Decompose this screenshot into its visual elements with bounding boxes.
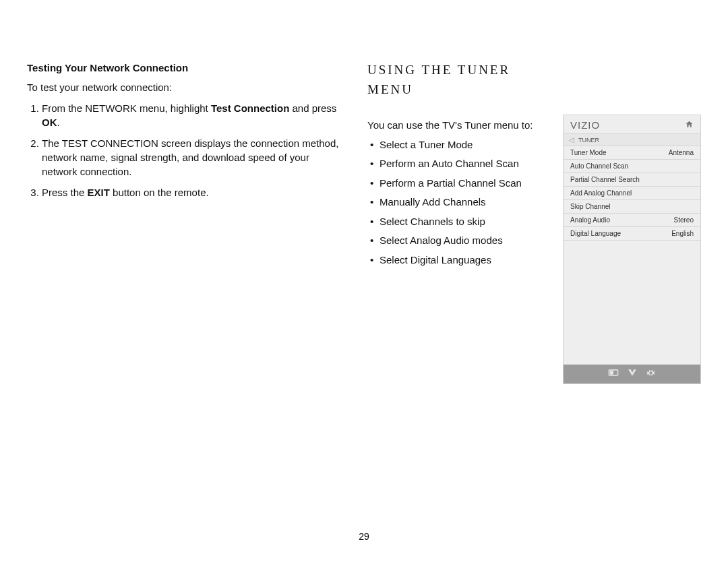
bullet-item: Select a Tuner Mode [380,137,549,153]
row-label: Digital Language [570,230,621,237]
cc-icon[interactable] [608,369,619,379]
menu-row-add-analog[interactable]: Add Analog Channel [564,187,700,200]
steps-list: From the NETWORK menu, highlight Test Co… [27,101,347,199]
row-value: Antenna [669,149,694,156]
gear-icon[interactable] [646,369,657,379]
bullet-item: Select Analog Audio modes [380,233,549,249]
row-label: Analog Audio [570,216,610,224]
intro-right: You can use the TV's Tuner menu to: [367,118,549,133]
svg-rect-1 [610,371,613,374]
bullet-item: Select Digital Languages [380,253,549,268]
device-breadcrumb[interactable]: ◁ TUNER [564,133,700,146]
bullet-item: Select Channels to skip [380,214,549,230]
device-menu-list: Tuner Mode Antenna Auto Channel Scan Par… [564,146,700,365]
menu-row-auto-scan[interactable]: Auto Channel Scan [564,160,700,173]
row-label: Skip Channel [570,203,610,210]
v-icon[interactable] [627,369,638,379]
row-label: Add Analog Channel [570,189,632,197]
step-3: Press the EXIT button on the remote. [42,185,347,199]
tuner-menu-screenshot: VIZIO ◁ TUNER Tuner Mode Antenna Auto Ch… [563,115,701,384]
menu-row-digital-language[interactable]: Digital Language English [564,227,700,241]
device-brand: VIZIO [570,119,600,131]
step-1: From the NETWORK menu, highlight Test Co… [42,101,347,129]
back-icon[interactable]: ◁ [569,136,574,144]
row-label: Tuner Mode [570,149,607,156]
menu-row-tuner-mode[interactable]: Tuner Mode Antenna [564,146,700,160]
row-label: Auto Channel Scan [570,162,628,170]
home-icon[interactable] [685,120,694,131]
row-label: Partial Channel Search [570,176,640,183]
intro-left: To test your network connection: [27,80,347,94]
crumb-label: TUNER [578,137,599,144]
device-footer [564,365,700,383]
page-number: 29 [359,531,369,542]
row-value: English [671,230,694,237]
step-2: The TEST CONNECTION screen displays the … [42,136,347,179]
section-heading-right: USING THE TUNER MENU [367,61,549,99]
bullet-item: Perform an Auto Channel Scan [380,156,549,172]
section-heading-left: Testing Your Network Connection [27,61,347,75]
menu-row-partial-search[interactable]: Partial Channel Search [564,173,700,187]
row-value: Stereo [674,216,694,224]
bullet-item: Perform a Partial Channel Scan [380,176,549,191]
bullet-item: Manually Add Channels [380,195,549,210]
menu-row-analog-audio[interactable]: Analog Audio Stereo [564,214,700,227]
device-header: VIZIO [564,115,700,133]
menu-row-skip-channel[interactable]: Skip Channel [564,200,700,214]
feature-bullets: Select a Tuner Mode Perform an Auto Chan… [367,137,549,268]
